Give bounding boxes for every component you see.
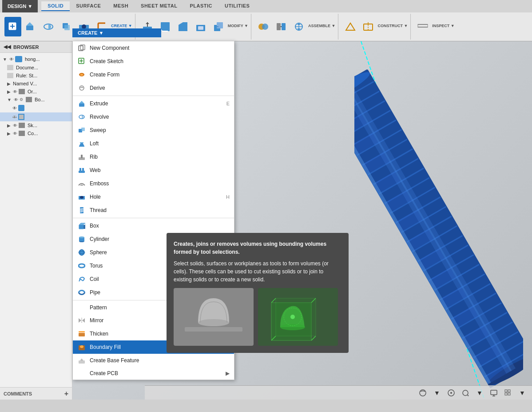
menu-label-cylinder: Cylinder bbox=[90, 236, 109, 242]
tree-item-body1[interactable]: 👁 bbox=[0, 104, 72, 112]
inspect-label-text: INSPECT ▼ bbox=[432, 24, 454, 28]
coil-icon bbox=[77, 275, 86, 284]
create-menu-bar[interactable]: CREATE ▼ bbox=[72, 28, 161, 37]
menu-label-thread: Thread bbox=[90, 207, 107, 213]
svg-marker-63 bbox=[79, 223, 85, 225]
create-base-feature-icon bbox=[77, 356, 86, 365]
gear-icon-bodies[interactable]: ⚙ bbox=[20, 97, 23, 102]
menu-label-boundary-fill: Boundary Fill bbox=[90, 344, 121, 350]
svg-point-21 bbox=[262, 24, 268, 30]
menu-item-emboss[interactable]: Emboss bbox=[73, 177, 234, 190]
tab-sheet-metal[interactable]: SHEET METAL bbox=[135, 1, 183, 11]
tree-label-rule: Rule: St... bbox=[16, 73, 37, 78]
toolbar-revolve-btn[interactable] bbox=[40, 17, 57, 36]
expand-arrow-root: ▼ bbox=[3, 57, 7, 62]
toolbar-shell-btn[interactable] bbox=[192, 17, 209, 36]
menu-item-thread[interactable]: Thread bbox=[73, 204, 234, 217]
menu-label-torus: Torus bbox=[90, 263, 103, 269]
tooltip-image-after bbox=[258, 288, 338, 346]
toolbar-chamfer-btn[interactable] bbox=[175, 17, 191, 36]
menu-item-rib[interactable]: Rib bbox=[73, 150, 234, 164]
toolbar-combine-btn[interactable] bbox=[210, 17, 227, 36]
toolbar-joint-btn[interactable] bbox=[255, 17, 272, 36]
tree-item-root[interactable]: ▼ 👁 hong... bbox=[0, 55, 72, 64]
assemble-group-label[interactable]: ASSEMBLE ▼ bbox=[308, 24, 335, 30]
tree-item-bodies[interactable]: ▼ 👁 ⚙ Bo... bbox=[0, 96, 72, 104]
eye-icon-body2[interactable]: 👁 bbox=[12, 115, 17, 120]
pcb-arrow: ▶ bbox=[226, 370, 230, 376]
menu-item-create-sketch[interactable]: Create Sketch bbox=[73, 55, 234, 68]
tab-surface[interactable]: SURFACE bbox=[70, 1, 107, 11]
menu-item-derive[interactable]: Derive bbox=[73, 81, 234, 95]
menu-item-web[interactable]: Web bbox=[73, 164, 234, 177]
tab-plastic[interactable]: PLASTIC bbox=[183, 1, 218, 11]
tab-mesh[interactable]: MESH bbox=[107, 1, 135, 11]
menu-label-loft: Loft bbox=[90, 140, 99, 147]
tree-item-body2[interactable]: 👁 bbox=[0, 112, 72, 121]
tree-item-sketches[interactable]: ▶ 👁 Sk... bbox=[0, 121, 72, 129]
zoom-down-btn[interactable]: ▼ bbox=[473, 388, 486, 398]
eye-icon-body1[interactable]: 👁 bbox=[12, 106, 17, 111]
menu-item-extrude[interactable]: Extrude E bbox=[73, 97, 234, 110]
toolbar-joint2-btn[interactable] bbox=[273, 17, 290, 36]
menu-item-create-pcb[interactable]: Create PCB ▶ bbox=[73, 367, 234, 380]
tree-item-documents[interactable]: Docume... bbox=[0, 64, 72, 72]
menu-item-revolve[interactable]: Revolve bbox=[73, 110, 234, 124]
tree-item-origin[interactable]: ▶ 👁 Or... bbox=[0, 88, 72, 96]
tree-label-bodies: Bo... bbox=[35, 97, 45, 102]
eye-icon-sketches[interactable]: 👁 bbox=[13, 123, 17, 128]
grid-down-btn[interactable]: ▼ bbox=[516, 388, 528, 398]
sketches-icon bbox=[19, 123, 25, 128]
menu-item-create-base-feature[interactable]: Create Base Feature bbox=[73, 354, 234, 367]
inspect-group-label[interactable]: INSPECT ▼ bbox=[432, 24, 454, 30]
display-btn[interactable] bbox=[488, 388, 500, 398]
home-btn[interactable] bbox=[445, 388, 457, 398]
menu-item-new-component[interactable]: New Component bbox=[73, 41, 234, 55]
modify-label-text: MODIFY ▼ bbox=[228, 24, 248, 28]
orbit-btn[interactable] bbox=[417, 388, 429, 398]
menu-item-loft[interactable]: Loft bbox=[73, 137, 234, 150]
svg-rect-57 bbox=[82, 168, 84, 172]
tree-item-named-views[interactable]: ▶ Named V... bbox=[0, 80, 72, 88]
toolbar-extrude-btn[interactable] bbox=[22, 17, 39, 36]
expand-construction: ▶ bbox=[7, 131, 11, 136]
modify-group-label[interactable]: MODIFY ▼ bbox=[228, 24, 248, 30]
browser-back-icon[interactable]: ◀◀ bbox=[4, 44, 11, 50]
menu-item-box[interactable]: Box bbox=[73, 219, 234, 232]
menu-label-thicken: Thicken bbox=[90, 331, 108, 337]
menu-item-create-form[interactable]: Create Form bbox=[73, 68, 234, 81]
svg-point-147 bbox=[198, 319, 229, 326]
comments-add-icon[interactable]: + bbox=[64, 390, 68, 398]
toolbar-inspect1-btn[interactable] bbox=[414, 17, 431, 36]
pan-down-btn[interactable]: ▼ bbox=[431, 388, 443, 398]
construct-group-label[interactable]: CONSTRUCT ▼ bbox=[377, 24, 408, 30]
fit-btn[interactable] bbox=[459, 388, 472, 398]
svg-rect-64 bbox=[83, 225, 85, 229]
svg-rect-144 bbox=[508, 393, 510, 395]
create-label-text: CREATE ▼ bbox=[111, 24, 132, 28]
pipe-icon bbox=[77, 288, 86, 297]
svg-line-152 bbox=[311, 336, 316, 340]
eye-icon-root[interactable]: 👁 bbox=[9, 57, 14, 62]
toolbar-move-btn[interactable] bbox=[290, 17, 307, 36]
tab-utilities[interactable]: UTILITIES bbox=[218, 1, 256, 11]
toolbar-construct2-btn[interactable] bbox=[360, 17, 377, 36]
svg-rect-56 bbox=[79, 168, 81, 172]
toolbar-construct1-btn[interactable] bbox=[342, 17, 359, 36]
tab-solid[interactable]: SOLID bbox=[41, 1, 70, 11]
eye-icon-origin[interactable]: 👁 bbox=[13, 89, 17, 94]
eye-icon-bodies[interactable]: 👁 bbox=[14, 97, 18, 102]
menu-item-sweep[interactable]: Sweep bbox=[73, 124, 234, 137]
menu-label-create-pcb: Create PCB bbox=[90, 370, 118, 376]
svg-point-78 bbox=[80, 345, 83, 348]
tree-item-rule[interactable]: Rule: St... bbox=[0, 72, 72, 80]
eye-icon-construction[interactable]: 👁 bbox=[13, 131, 17, 136]
design-button[interactable]: DESIGN ▼ bbox=[2, 0, 38, 12]
menu-label-revolve: Revolve bbox=[90, 114, 109, 120]
bodies-icon bbox=[26, 97, 32, 102]
grid-btn[interactable] bbox=[502, 388, 514, 398]
menu-item-hole[interactable]: Hole H bbox=[73, 190, 234, 204]
toolbar-create-sketch-btn[interactable] bbox=[4, 17, 21, 36]
tree-item-construction[interactable]: ▶ 👁 Co... bbox=[0, 129, 72, 137]
sphere-icon bbox=[77, 248, 86, 257]
